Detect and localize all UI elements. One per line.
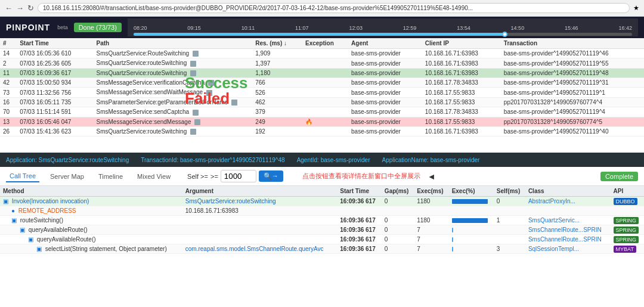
table-row[interactable]: 11 07/03 16:09:36 617 SmsQuartzService:r… (0, 68, 644, 77)
table-row[interactable]: 13 07/03 16:05:46 047 SmsMessageService:… (0, 117, 644, 126)
tab-mixed-view[interactable]: Mixed View (134, 171, 174, 182)
expand-icon[interactable]: ▣ (20, 227, 25, 233)
method-name: Invoke(Invocation invocation) (12, 198, 89, 204)
expand-icon[interactable]: ▣ (36, 246, 42, 252)
calltree-cell-api: MYBAT (611, 244, 644, 254)
timeline-label-5: 12:59 (403, 25, 417, 31)
calltree-cell-method: ● REMOTE_ADDRESS (0, 206, 182, 216)
timeline-label-7: 14:50 (511, 25, 525, 31)
calltree-cell-argument: 10.168.16.71:63983 (182, 206, 337, 216)
app-name-label: ApplicationName: (382, 157, 428, 163)
calltree-section[interactable]: Method Argument Start Time Gap(ms) Exec(… (0, 186, 644, 254)
cell-agent: base-sms-provider (348, 58, 422, 68)
table-row[interactable]: 42 07/03 15:00:50 934 SmsMessageService:… (0, 78, 644, 88)
cell-start-time: 07/03 16:09:36 617 (17, 68, 93, 77)
path-icon (208, 80, 214, 86)
expand-icon[interactable]: ▣ (3, 198, 8, 204)
calltree-cell-class: SmsChannelRoute...SPRIN (525, 225, 611, 235)
agent-label: AgentId: (297, 157, 319, 163)
app-name-info: ApplicationName: base-sms-provider (382, 157, 479, 163)
cell-id: 26 (0, 126, 17, 136)
method-name: REMOTE_ADDRESS (18, 207, 76, 214)
cell-path: SmsParameterService:getParameterListForN… (93, 97, 252, 107)
calltree-cell-gap: 0 (382, 197, 414, 206)
calltree-cell-exec: 1180 (414, 197, 448, 206)
cell-id: 11 (0, 68, 17, 77)
table-row[interactable]: 73 07/03 11:32:56 756 SmsMessageService:… (0, 88, 644, 97)
refresh-button[interactable]: ↻ (27, 4, 34, 13)
cell-agent: base-sms-provider (348, 107, 422, 117)
timeline-label-3: 11:07 (295, 25, 309, 31)
tab-server-map[interactable]: Server Map (47, 171, 88, 182)
expand-icon[interactable]: ▣ (11, 217, 17, 224)
class-link[interactable]: SqlSessionTempl... (528, 246, 579, 252)
logo: PINPOINT (6, 23, 50, 32)
cell-res: 1,397 (252, 58, 302, 68)
table-row[interactable]: 70 07/03 11:51:14 591 SmsMessageService:… (0, 107, 644, 117)
cell-transaction: base-sms-provider^1499052701119^48 (501, 68, 644, 77)
class-link[interactable]: SmsChannelRoute...SPRIN (528, 236, 602, 243)
cell-res: 1,909 (252, 49, 302, 58)
expand-icon[interactable]: ▣ (28, 236, 33, 243)
tab-timeline[interactable]: Timeline (95, 171, 126, 182)
table-row[interactable]: 16 07/03 16:05:11 735 SmsParameterServic… (0, 97, 644, 107)
cell-exception (302, 58, 348, 68)
calltree-cell-exec-pct (449, 206, 494, 216)
calltree-col-exec: Exec(ms) (414, 186, 448, 197)
tab-call-tree[interactable]: Call Tree (6, 170, 39, 182)
table-row[interactable]: 26 07/03 15:41:36 623 SmsQuartzService:r… (0, 126, 644, 136)
calltree-col-gap: Gap(ms) (382, 186, 414, 197)
browser-bar: ← → ↻ ★ (0, 0, 644, 17)
application-value: SmsQuartzService:routeSwitching (38, 157, 129, 163)
calltree-row: ▣ Invoke(Invocation invocation) SmsQuart… (0, 197, 644, 206)
exec-bar (452, 199, 488, 204)
timeline-label-6: 13:54 (457, 25, 470, 31)
cell-agent: base-sms-provider (348, 68, 422, 77)
exec-bar (452, 218, 488, 223)
search-button[interactable]: 🔍→ (259, 170, 283, 182)
transaction-table-wrap[interactable]: # Start Time Path Res. (ms) ↓ Exception … (0, 38, 644, 153)
col-res: Res. (ms) ↓ (252, 38, 302, 49)
cell-path: SmsMessageService:sendCaptcha (93, 107, 252, 117)
cell-client-ip: 10.168.17.55:9833 (422, 88, 501, 97)
argument-value: 10.168.16.71:63983 (185, 207, 239, 214)
cell-exception (302, 126, 348, 136)
self-gte-operator: >= (210, 173, 218, 180)
api-badge: DUBBO (614, 198, 637, 205)
cell-id: 13 (0, 117, 17, 126)
complete-button[interactable]: Complete (600, 172, 638, 181)
table-row[interactable]: 14 07/03 16:05:36 610 SmsQuartzService:R… (0, 49, 644, 58)
table-row[interactable]: 2 07/03 16:25:36 605 SmsQuartzService:ro… (0, 58, 644, 68)
class-link[interactable]: SmsChannelRoute...SPRIN (528, 227, 602, 233)
calltree-cell-exec-pct (449, 244, 494, 254)
back-button[interactable]: ← (5, 4, 13, 13)
application-label: Application: (6, 157, 37, 163)
application-info: Application: SmsQuartzService:routeSwitc… (6, 157, 129, 163)
calltree-row: ● REMOTE_ADDRESS 10.168.16.71:63983 (0, 206, 644, 216)
class-link[interactable]: AbstractProxyIn... (528, 198, 575, 204)
expand-icon[interactable]: ● (11, 207, 15, 214)
cell-res: 249 (252, 117, 302, 126)
calltree-cell-self (494, 225, 525, 235)
cell-agent: base-sms-provider (348, 78, 422, 88)
calltree-cell-api: SPRING (611, 235, 644, 244)
url-bar[interactable] (38, 3, 630, 13)
cell-client-ip: 10.168.16.71:63983 (422, 49, 501, 58)
cell-id: 73 (0, 88, 17, 97)
cell-path: SmsQuartzService:RouteSwitching (93, 49, 252, 58)
timeline-label-0: 08:20 (134, 25, 147, 31)
calltree-cell-api (611, 206, 644, 216)
cell-start-time: 07/03 16:05:36 610 (17, 49, 93, 58)
cell-exception (302, 107, 348, 117)
path-icon (206, 90, 212, 96)
cell-transaction: base-sms-provider^1499052701119^1 (501, 88, 644, 97)
cell-exception (302, 49, 348, 58)
calltree-cell-self (494, 206, 525, 216)
calltree-cell-exec: 7 (414, 244, 448, 254)
forward-button[interactable]: → (16, 4, 24, 13)
class-link[interactable]: SmsQuartzServic... (528, 217, 580, 224)
cell-id: 42 (0, 78, 17, 88)
self-gte-input[interactable] (221, 170, 256, 182)
calltree-cell-exec-pct (449, 216, 494, 225)
self-gte-container: Self >= >= 🔍→ (187, 170, 283, 182)
